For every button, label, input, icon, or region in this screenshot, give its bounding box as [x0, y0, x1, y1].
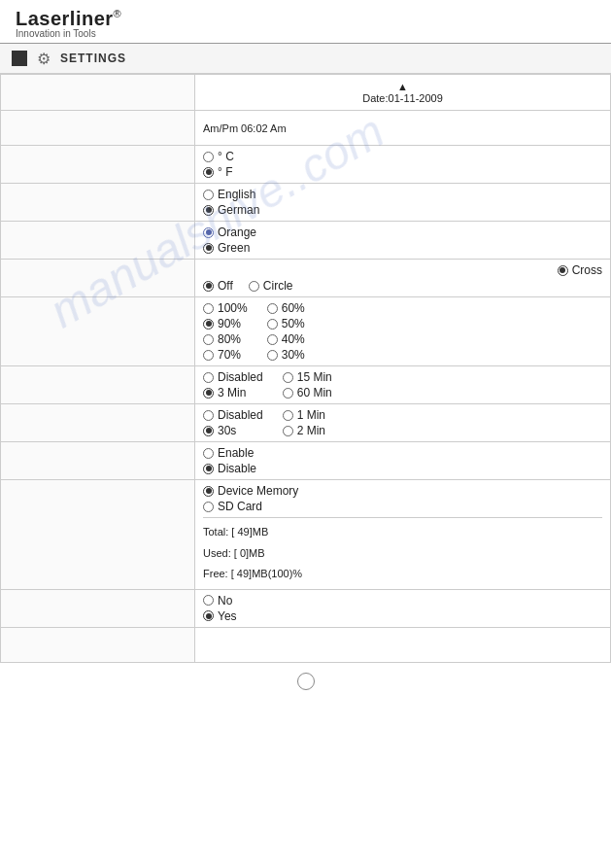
radio-english[interactable] [203, 190, 214, 200]
radio-german[interactable] [203, 205, 214, 216]
ampm-display: Am/Pm 06:02 Am [203, 121, 602, 136]
radio-item-80[interactable]: 80% [203, 332, 248, 346]
radio-item-30s[interactable]: 30s [203, 424, 263, 437]
no-label: No [218, 594, 232, 608]
radio-disabled-ao[interactable] [203, 372, 214, 383]
radio-disable[interactable] [203, 464, 214, 474]
green-label: Green [218, 241, 250, 255]
autooff-value-cell: Disabled 3 Min 15 Min [195, 366, 611, 404]
radio-3min[interactable] [203, 388, 214, 399]
ampm-label-cell [1, 111, 195, 146]
radio-item-circle[interactable]: Circle [249, 279, 293, 293]
radio-orange[interactable] [203, 227, 214, 238]
autooff-label-cell [1, 366, 195, 404]
radio-item-90[interactable]: 90% [203, 317, 248, 330]
radio-50[interactable] [267, 319, 278, 330]
ampm-value-cell: Am/Pm 06:02 Am [195, 111, 611, 146]
radio-item-german[interactable]: German [203, 203, 602, 217]
table-row: Device Memory SD Card Total: [ 49]MB Use… [1, 480, 611, 590]
radio-item-40[interactable]: 40% [267, 332, 305, 346]
date-arrow: ▲ [397, 81, 408, 92]
radio-item-sd-card[interactable]: SD Card [203, 500, 602, 513]
date-value: Date:01-11-2009 [362, 92, 443, 104]
radio-item-enable[interactable]: Enable [203, 446, 602, 460]
radio-item-cross[interactable]: Cross [558, 263, 602, 277]
radio-cross[interactable] [558, 265, 568, 276]
radio-disabled-bl[interactable] [203, 410, 214, 421]
radio-80[interactable] [203, 334, 214, 345]
date-display: ▲ Date:01-11-2009 [203, 79, 602, 106]
fahrenheit-label: ° F [218, 165, 232, 179]
radio-no[interactable] [203, 595, 214, 606]
label-15min: 15 Min [297, 370, 332, 384]
radio-fahrenheit[interactable] [203, 167, 214, 178]
radio-celsius[interactable] [203, 152, 214, 162]
radio-item-2min[interactable]: 2 Min [283, 424, 325, 437]
reset-label-cell [1, 589, 195, 627]
radio-item-1min[interactable]: 1 Min [283, 408, 325, 422]
brightness-grid: 100% 90% 80% 70% [203, 301, 602, 362]
table-row: Cross Off Circle [1, 260, 611, 297]
radio-off[interactable] [203, 281, 214, 292]
temp-label-cell [1, 146, 195, 184]
radio-item-70[interactable]: 70% [203, 348, 248, 362]
radio-item-15min[interactable]: 15 Min [283, 370, 332, 384]
radio-40[interactable] [267, 334, 278, 345]
brightness-col1: 100% 90% 80% 70% [203, 301, 248, 362]
radio-1min[interactable] [283, 410, 293, 421]
radio-item-celsius[interactable]: ° C [203, 150, 602, 163]
radio-enable[interactable] [203, 448, 214, 459]
radio-30[interactable] [267, 350, 278, 361]
radio-item-disable[interactable]: Disable [203, 462, 602, 475]
brightness-value-cell: 100% 90% 80% 70% [195, 297, 611, 366]
radio-item-30[interactable]: 30% [267, 348, 305, 362]
color-radio-group: Orange Green [203, 226, 602, 255]
radio-70[interactable] [203, 350, 214, 361]
date-value-cell: ▲ Date:01-11-2009 [195, 75, 611, 111]
radio-item-yes[interactable]: Yes [203, 609, 602, 623]
radio-2min[interactable] [283, 426, 293, 436]
radio-item-100[interactable]: 100% [203, 301, 248, 315]
radio-item-50[interactable]: 50% [267, 317, 305, 330]
brightness-col2: 60% 50% 40% 30% [267, 301, 305, 362]
label-70: 70% [218, 348, 241, 362]
radio-90[interactable] [203, 319, 214, 330]
backlight-grid: Disabled 30s 1 Min [203, 408, 602, 437]
crosshair-top-row: Cross [203, 263, 602, 277]
radio-item-green[interactable]: Green [203, 241, 602, 255]
toolbar: ⚙ SETTINGS [0, 44, 611, 74]
radio-item-60[interactable]: 60% [267, 301, 305, 315]
gear-icon: ⚙ [35, 50, 52, 67]
radio-yes[interactable] [203, 610, 214, 621]
radio-item-device-memory[interactable]: Device Memory [203, 484, 602, 498]
memory-used: Used: [ 0]MB [203, 543, 602, 565]
lang-radio-group: English German [203, 188, 602, 217]
radio-item-disabled-bl[interactable]: Disabled [203, 408, 263, 422]
backlight-col1: Disabled 30s [203, 408, 263, 437]
backlight-label-cell [1, 404, 195, 442]
radio-green[interactable] [203, 243, 214, 254]
orange-label: Orange [218, 226, 256, 239]
radio-item-fahrenheit[interactable]: ° F [203, 165, 602, 179]
radio-sd-card[interactable] [203, 502, 214, 512]
radio-100[interactable] [203, 303, 214, 314]
radio-15min[interactable] [283, 372, 293, 383]
radio-item-disabled-ao[interactable]: Disabled [203, 370, 263, 384]
disable-label: Disable [218, 462, 256, 475]
radio-30s[interactable] [203, 426, 214, 436]
german-label: German [218, 203, 259, 217]
radio-item-off[interactable]: Off [203, 279, 233, 293]
label-100: 100% [218, 301, 248, 315]
radio-circle-opt[interactable] [249, 281, 259, 292]
radio-item-english[interactable]: English [203, 188, 602, 201]
radio-item-no[interactable]: No [203, 594, 602, 608]
radio-60[interactable] [267, 303, 278, 314]
radio-device-memory[interactable] [203, 486, 214, 497]
radio-60min[interactable] [283, 388, 293, 399]
enable-label: Enable [218, 446, 254, 460]
radio-item-60min[interactable]: 60 Min [283, 386, 332, 399]
radio-item-3min[interactable]: 3 Min [203, 386, 263, 399]
settings-table: ▲ Date:01-11-2009 Am/Pm 06:02 Am ° C [0, 74, 611, 663]
radio-item-orange[interactable]: Orange [203, 226, 602, 239]
backlight-col2: 1 Min 2 Min [283, 408, 325, 437]
